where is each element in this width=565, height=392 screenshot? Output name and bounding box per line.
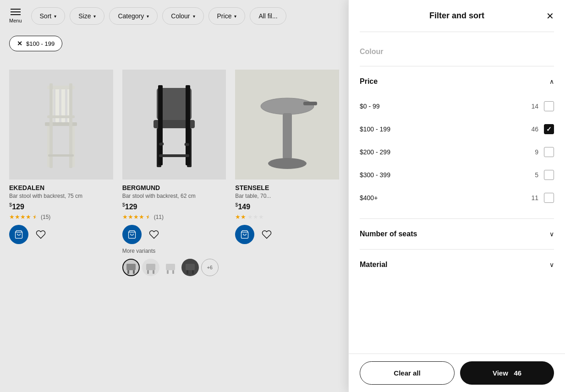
product-image-bergmund[interactable] [122, 70, 226, 180]
filter-header: Filter and sort ✕ [349, 0, 565, 32]
price-checkbox-200-299[interactable] [544, 147, 554, 157]
price-label-200-299: $200 - 299 [360, 148, 390, 156]
svg-rect-28 [153, 270, 154, 274]
price-option-400plus: $400+ 11 [360, 186, 554, 209]
menu-button[interactable]: Menu [9, 9, 22, 23]
variant-thumb-img [124, 260, 138, 275]
product-image-ekedalen[interactable] [9, 70, 113, 180]
variant-1[interactable] [122, 259, 140, 276]
price-label-100-199: $100 - 199 [360, 125, 390, 133]
price-options: $0 - 99 14 $100 - 199 46 [360, 95, 554, 209]
price-chevron-icon: ∧ [549, 78, 554, 85]
filter-body: Colour Price ∧ $0 - 99 14 [349, 32, 565, 354]
product-card-stensele: STENSELE Bar table, 70... $149 ★★★★★ [230, 65, 344, 281]
menu-icon-bar1 [11, 9, 21, 10]
price-checkbox-100-199[interactable] [544, 124, 554, 134]
variant-3[interactable] [162, 259, 179, 276]
price-option-left-400plus: $400+ [360, 194, 378, 201]
review-count-bergmund: (11) [154, 214, 164, 220]
sort-label: Sort [40, 12, 52, 20]
view-count: 46 [514, 369, 521, 377]
bergmund-chair-illustration [147, 74, 202, 175]
colour-section-header[interactable]: Colour [360, 41, 554, 62]
colour-filter-button[interactable]: Colour ▾ [162, 7, 203, 25]
price-filter-button[interactable]: Price ▾ [208, 7, 246, 25]
wishlist-ekedalen[interactable] [33, 227, 49, 242]
remove-filter-icon[interactable]: ✕ [17, 40, 22, 47]
active-filters: ✕ $100 - 199 [0, 32, 348, 51]
material-section-header[interactable]: Material ∨ [360, 259, 554, 271]
variant-thumb-img3 [163, 260, 178, 275]
size-label: Size [78, 12, 91, 20]
ekedalen-chair-illustration [38, 74, 84, 175]
seats-section-title: Number of seats [360, 230, 417, 238]
price-filter-section: Price ∧ $0 - 99 14 $100 - 1 [360, 66, 554, 218]
svg-rect-19 [159, 154, 189, 157]
close-filter-button[interactable]: ✕ [546, 11, 554, 21]
price-count-200-299: 9 [535, 148, 538, 156]
price-option-300-399: $300 - 399 5 [360, 163, 554, 186]
price-section-title: Price [360, 77, 378, 86]
price-label-300-399: $300 - 399 [360, 171, 390, 179]
price-section-header[interactable]: Price ∧ [360, 76, 554, 87]
price-count-400plus: 11 [531, 194, 538, 201]
product-rating-ekedalen: ★★★★★★ (15) [9, 213, 113, 220]
svg-rect-27 [147, 270, 149, 274]
product-name-stensele: STENSELE [235, 184, 339, 191]
clear-all-button[interactable]: Clear all [360, 361, 455, 385]
heart-icon [149, 229, 159, 240]
material-chevron-icon: ∨ [549, 261, 554, 268]
price-checkbox-400plus[interactable] [544, 193, 554, 203]
all-filters-button[interactable]: All fil... [250, 7, 286, 25]
svg-rect-24 [127, 270, 129, 274]
category-filter-button[interactable]: Category ▾ [109, 7, 158, 25]
svg-rect-21 [184, 143, 189, 146]
wishlist-stensele[interactable] [259, 227, 274, 242]
svg-rect-26 [146, 264, 155, 270]
all-filters-label: All fil... [258, 12, 277, 20]
active-filter-tag[interactable]: ✕ $100 - 199 [9, 36, 62, 51]
price-option-right-200-299: 9 [535, 147, 554, 157]
svg-rect-11 [48, 154, 74, 157]
colour-section-title: Colour [360, 43, 384, 60]
price-label-0-99: $0 - 99 [360, 103, 380, 110]
active-filter-label: $100 - 199 [26, 40, 55, 47]
variant-more[interactable]: +6 [201, 259, 219, 276]
product-card-ekedalen: EKEDALEN Bar stool with backrest, 75 cm … [5, 65, 118, 281]
price-checkbox-0-99[interactable] [544, 101, 554, 111]
product-desc-bergmund: Bar stool with backrest, 62 cm [122, 193, 226, 199]
view-results-button[interactable]: View 46 [460, 361, 554, 385]
svg-rect-18 [186, 85, 190, 165]
product-grid: EKEDALEN Bar stool with backrest, 75 cm … [0, 56, 348, 285]
product-desc-ekedalen: Bar stool with backrest, 75 cm [9, 193, 113, 199]
material-section-title: Material [360, 261, 387, 269]
price-option-right-400plus: 11 [531, 193, 554, 203]
price-option-left-0-99: $0 - 99 [360, 103, 380, 110]
wishlist-bergmund[interactable] [146, 227, 162, 242]
filter-footer: Clear all View 46 [349, 354, 565, 392]
svg-rect-25 [133, 270, 135, 274]
svg-rect-34 [192, 270, 194, 274]
menu-label: Menu [9, 18, 22, 23]
size-filter-button[interactable]: Size ▾ [70, 7, 104, 25]
price-option-right-100-199: 46 [531, 124, 554, 134]
price-checkbox-300-399[interactable] [544, 170, 554, 180]
colour-label: Colour [171, 12, 190, 20]
price-count-0-99: 14 [531, 103, 538, 110]
product-image-stensele[interactable] [235, 70, 339, 180]
price-count-300-399: 5 [535, 171, 538, 179]
sort-filter-button[interactable]: Sort ▾ [31, 7, 66, 25]
add-to-cart-ekedalen[interactable] [9, 225, 28, 244]
heart-icon [262, 229, 272, 240]
price-option-right-0-99: 14 [531, 101, 554, 111]
variant-2[interactable] [142, 259, 159, 276]
svg-point-37 [268, 158, 307, 169]
add-to-cart-stensele[interactable] [235, 225, 254, 244]
variant-4[interactable] [181, 259, 199, 276]
seats-section-header[interactable]: Number of seats ∨ [360, 228, 554, 240]
top-nav: Menu Sort ▾ Size ▾ Category ▾ Colour ▾ P… [0, 0, 348, 32]
product-price-stensele: $149 [235, 202, 339, 211]
svg-rect-23 [126, 264, 136, 270]
add-to-cart-bergmund[interactable] [122, 225, 142, 244]
price-count-100-199: 46 [531, 125, 538, 133]
